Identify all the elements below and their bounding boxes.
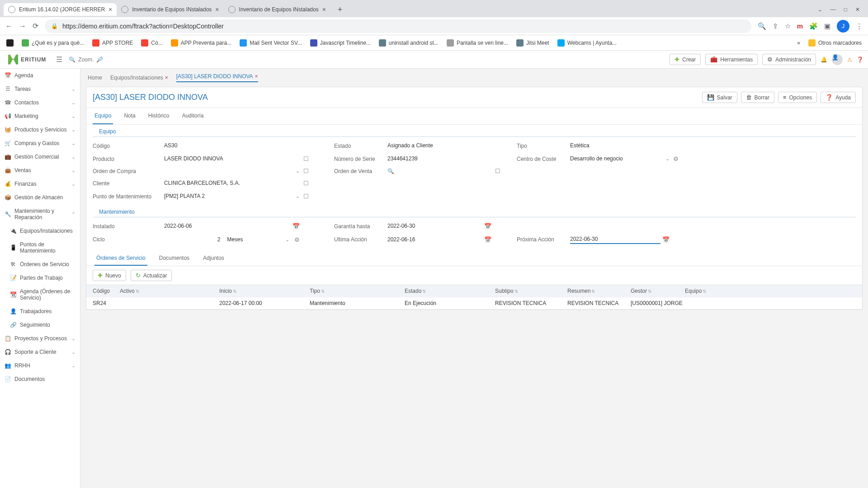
warning-icon[interactable]: ⚠: [847, 56, 852, 63]
tab-nota[interactable]: Nota: [122, 108, 137, 124]
proxima-date[interactable]: 2022-06-30: [570, 235, 660, 244]
sidebar-item[interactable]: 👥RRHH⌄: [0, 359, 80, 372]
brand-logo[interactable]: ERITIUM: [5, 55, 50, 65]
sidebar-item[interactable]: 💼Gestión Comercial⌄: [0, 150, 80, 164]
col-equipo[interactable]: Equipo⇅: [685, 288, 730, 294]
sidebar-item[interactable]: 📝Partes de Trabajo: [0, 271, 80, 285]
col-subtipo[interactable]: Subtipo⇅: [495, 288, 567, 294]
close-icon[interactable]: ×: [215, 6, 219, 13]
sidebar-item[interactable]: 📄Documentos: [0, 372, 80, 386]
maximize-icon[interactable]: □: [844, 6, 847, 13]
serie-input[interactable]: 2344641239: [387, 155, 491, 163]
delete-button[interactable]: 🗑Borrar: [741, 92, 774, 103]
sidebar-item[interactable]: ☰Tareas⌄: [0, 82, 80, 96]
col-resumen[interactable]: Resumen⇅: [567, 288, 631, 294]
extensions-icon[interactable]: 🧩: [809, 22, 818, 30]
cliente-input[interactable]: CLINICA BARCELONETA, S.A.: [164, 179, 300, 188]
producto-input[interactable]: LASER DIODO INNOVA: [164, 155, 300, 163]
gear-icon[interactable]: ⚙: [294, 236, 300, 243]
profile-avatar[interactable]: J: [837, 20, 849, 33]
lookup-icon[interactable]: ☐: [303, 168, 330, 174]
col-activo[interactable]: Activo⇅: [120, 288, 219, 294]
col-tipo[interactable]: Tipo⇅: [310, 288, 405, 294]
reload-icon[interactable]: ⟳: [33, 22, 38, 30]
chevron-down-icon[interactable]: ⌄: [296, 168, 300, 174]
bookmark-item[interactable]: ¿Qué es y para qué...: [22, 39, 84, 47]
ultima-date[interactable]: 2022-06-16: [387, 235, 482, 244]
zoom-in-icon[interactable]: 🔎: [96, 56, 103, 63]
tab-equipo[interactable]: Equipo: [93, 108, 113, 124]
close-icon[interactable]: ×: [255, 73, 258, 80]
browser-tab[interactable]: Inventario de Equipos INstalados ×: [224, 3, 330, 16]
bookmark-item[interactable]: Pantalla se ven line...: [447, 39, 508, 47]
url-input[interactable]: [62, 23, 745, 30]
sidebar-item[interactable]: 📅Agenda: [0, 69, 80, 82]
close-icon[interactable]: ✕: [855, 6, 860, 13]
lookup-icon[interactable]: ☐: [303, 180, 330, 187]
notify-icon[interactable]: 🔔: [821, 56, 827, 63]
col-codigo[interactable]: Código: [93, 288, 120, 294]
sidebar-item[interactable]: 🛠Órdenes de Servicio: [0, 258, 80, 271]
bookmark-item[interactable]: uninstall android st...: [379, 39, 439, 47]
bookmark-item[interactable]: Javascript Timeline...: [310, 39, 371, 47]
subtab-adjuntos[interactable]: Adjuntos: [201, 251, 226, 266]
chevron-down-icon[interactable]: ⌄: [818, 6, 822, 13]
sidebar-item[interactable]: 🔧Mantenimiento y Reparación⌃: [0, 204, 80, 224]
instalado-date[interactable]: 2022-06-06: [164, 222, 291, 230]
chevron-down-icon[interactable]: ⌄: [296, 193, 300, 199]
bookmark-item[interactable]: Webcams | Ayunta...: [557, 39, 617, 47]
breadcrumb-item[interactable]: [AS30] LASER DIODO INNOVA×: [176, 73, 258, 82]
bookmark-item[interactable]: Jitsi Meet: [516, 39, 549, 47]
menu-icon[interactable]: ⋮: [856, 22, 863, 30]
save-button[interactable]: 💾Salvar: [702, 92, 737, 103]
close-icon[interactable]: ×: [165, 75, 168, 81]
close-icon[interactable]: ×: [322, 6, 326, 13]
minimize-icon[interactable]: —: [830, 6, 836, 13]
sidebar-item[interactable]: 👤Trabajadores: [0, 305, 80, 318]
refresh-button[interactable]: ↻Actualizar: [131, 270, 172, 281]
tab-auditoria[interactable]: Auditoría: [180, 108, 205, 124]
sidebar-item[interactable]: 📆Agenda (Órdenes de Servicio): [0, 285, 80, 305]
admin-button[interactable]: ⚙Administración: [762, 54, 816, 65]
subtab-documentos[interactable]: Documentos: [157, 251, 191, 266]
sidebar-item[interactable]: 🎧Soporte a Cliente⌄: [0, 345, 80, 359]
options-button[interactable]: ≡Opciones: [778, 92, 817, 103]
user-icon[interactable]: 👤: [832, 54, 843, 65]
bookmark-item[interactable]: Mail Sent Vector SV...: [240, 39, 302, 47]
bookmark-item[interactable]: APP STORE: [92, 39, 133, 47]
garantia-date[interactable]: 2022-06-30: [387, 222, 482, 230]
lookup-icon[interactable]: ☐: [303, 155, 330, 162]
punto-select[interactable]: [PM2] PLANTA 2: [164, 192, 294, 201]
star-icon[interactable]: ☆: [785, 22, 791, 30]
gear-icon[interactable]: ⚙: [673, 155, 691, 162]
lock-icon[interactable]: 🔒: [51, 23, 58, 29]
help-button[interactable]: ❓Ayuda: [821, 92, 856, 103]
zoom-out-icon[interactable]: 🔍: [69, 56, 75, 63]
sidebar-item[interactable]: 💰Finanzas⌄: [0, 177, 80, 191]
sidebar-item[interactable]: 🧺Productos y Servicios⌄: [0, 123, 80, 136]
close-icon[interactable]: ×: [108, 6, 112, 13]
back-icon[interactable]: ←: [5, 22, 13, 30]
ciclo-num[interactable]: 2: [164, 235, 221, 244]
m-extension-icon[interactable]: m: [797, 22, 803, 30]
col-estado[interactable]: Estado⇅: [405, 288, 495, 294]
calendar-icon[interactable]: 📅: [292, 223, 300, 230]
lookup-icon[interactable]: ☐: [495, 168, 513, 174]
bookmark-item[interactable]: [6, 39, 14, 47]
search-icon[interactable]: 🔍: [387, 168, 394, 174]
chevron-down-icon[interactable]: ⌄: [665, 156, 670, 162]
share-icon[interactable]: ⇪: [773, 22, 778, 30]
ciclo-unit[interactable]: Meses: [227, 235, 283, 244]
new-button[interactable]: ✚Nuevo: [93, 270, 126, 281]
tools-button[interactable]: 🧰Herramientas: [705, 54, 758, 65]
orden-venta-input[interactable]: [396, 170, 491, 172]
create-button[interactable]: ✚Crear: [670, 54, 701, 65]
breadcrumb-item[interactable]: Equipos/Instalaciones×: [110, 75, 168, 81]
sidebar-item[interactable]: 📋Proyectos y Procesos⌄: [0, 332, 80, 345]
calendar-icon[interactable]: 📅: [484, 236, 491, 243]
bookmark-item[interactable]: Có...: [141, 39, 162, 47]
calendar-icon[interactable]: 📅: [662, 236, 670, 243]
other-bookmarks[interactable]: Otros marcadores: [808, 39, 862, 47]
grid-row[interactable]: SR24 2022-06-17 00:00 Mantenimiento En E…: [86, 297, 862, 310]
tab-historico[interactable]: Histórico: [146, 108, 171, 124]
